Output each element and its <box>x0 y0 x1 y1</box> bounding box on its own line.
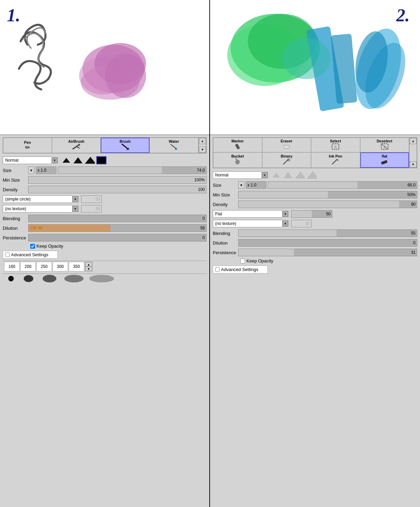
strip-scroll-up[interactable]: ▲ <box>85 262 92 267</box>
brush-size-160[interactable]: 160 <box>4 262 20 271</box>
size-minus-btn[interactable]: ▼ <box>28 166 34 174</box>
tool-brush[interactable]: Brush <box>101 138 150 153</box>
size-slider[interactable]: 74.0 <box>58 166 207 174</box>
svg-marker-39 <box>337 159 339 161</box>
brush-shapes <box>61 156 107 164</box>
tool-airbrush[interactable]: AirBrush <box>52 138 101 153</box>
advanced-settings-btn[interactable]: Advanced Settings <box>3 251 58 259</box>
size2-minus-btn[interactable]: ▼ <box>238 181 244 189</box>
tool-marker[interactable]: Marker <box>213 138 262 152</box>
texture-dropdown[interactable]: (no texture) ▼ <box>3 205 78 213</box>
svg-line-38 <box>332 159 337 164</box>
persistence-slider[interactable]: 0 <box>28 234 207 241</box>
shape2-arrow[interactable]: ▼ <box>282 211 288 217</box>
svg-point-15 <box>24 275 33 282</box>
texture-val: 95 <box>81 205 102 213</box>
tool-flat[interactable]: flat <box>360 152 409 168</box>
panel1-brush-strip: 160 200 250 300 350 ▲ ▼ <box>3 261 207 272</box>
shape-small[interactable] <box>61 156 71 164</box>
preview-large <box>39 274 60 283</box>
size2-slider[interactable]: 66.0 <box>268 181 417 189</box>
texture-label: (no texture) <box>3 205 72 213</box>
minsize-slider[interactable]: 100% <box>28 176 207 184</box>
tool-scroll-down[interactable]: ▼ <box>199 147 206 153</box>
dilution-label: Dilution <box>3 226 27 231</box>
persistence2-slider[interactable]: 31 <box>238 249 417 256</box>
size2-multiplier[interactable]: x 1.0 <box>246 181 266 189</box>
shape2-medium[interactable] <box>283 171 293 179</box>
keep-opacity2-check[interactable]: Keep Opacity <box>240 258 273 263</box>
advanced2-checkbox[interactable] <box>215 267 220 272</box>
panel1-advanced-row: Advanced Settings <box>3 251 207 259</box>
blending2-slider[interactable]: 55 <box>238 229 417 237</box>
tool-water[interactable]: Water <box>150 138 198 153</box>
tool-binary[interactable]: Binary <box>262 152 311 168</box>
strip-scroll-down[interactable]: ▼ <box>85 267 92 271</box>
panel2-tool-row: Marker Eraser Select S <box>213 137 417 168</box>
brush-size-350[interactable]: 350 <box>69 262 84 271</box>
shape2-large[interactable] <box>295 171 305 179</box>
panel2-dilution-row: Dilution 0 <box>213 239 417 247</box>
keep-opacity2-checkbox[interactable] <box>240 259 245 263</box>
blending-slider[interactable]: 0 <box>28 215 207 222</box>
minsize2-slider[interactable]: 50% <box>238 191 417 198</box>
panel2-controls: Marker Eraser Select S <box>210 135 420 507</box>
density-slider[interactable]: 100 <box>28 186 207 193</box>
brush-size-300[interactable]: 300 <box>53 262 68 271</box>
advanced-checkbox[interactable] <box>5 252 10 257</box>
texture2-dropdown[interactable]: (no texture) ▼ <box>213 220 288 227</box>
svg-marker-11 <box>63 158 70 163</box>
shape2-small[interactable] <box>271 171 281 179</box>
shape2-val-slider[interactable]: 50 <box>291 210 332 218</box>
panel2-size-row: Size ▼ x 1.0 66.0 <box>213 181 417 189</box>
texture2-arrow[interactable]: ▼ <box>282 220 288 227</box>
panel1-tool-group: Pen ✏ AirBrush Brush <box>3 138 198 153</box>
tool-deselect[interactable]: Deselect S <box>360 138 409 152</box>
panel1-texture-row: (no texture) ▼ 95 <box>3 205 207 213</box>
brush-size-250[interactable]: 250 <box>36 262 52 271</box>
dilution-slider[interactable]: OR 46 58 <box>28 224 207 232</box>
tool-inkpen[interactable]: Ink Pen <box>311 152 360 168</box>
shape-dropdown[interactable]: (simple circle) ▼ <box>3 195 78 203</box>
tool-scroll-up[interactable]: ▲ <box>199 138 206 144</box>
blendmode2-arrow[interactable]: ▼ <box>262 172 268 178</box>
tool-eraser[interactable]: Eraser <box>262 138 311 152</box>
dilution2-slider[interactable]: 0 <box>238 239 417 247</box>
panel2-blending-row: Blending 55 <box>213 229 417 237</box>
keep-opacity-checkbox[interactable] <box>30 244 35 249</box>
deselect-icon: S <box>380 143 389 151</box>
svg-line-7 <box>77 147 80 148</box>
size-multiplier[interactable]: x 1.0 <box>36 166 56 174</box>
shape-medium[interactable] <box>73 156 83 164</box>
svg-marker-44 <box>307 171 317 179</box>
tool-select[interactable]: Select S <box>311 138 360 152</box>
panel1-controls: Pen ✏ AirBrush Brush <box>0 135 209 507</box>
density2-slider[interactable]: 90 <box>238 201 417 208</box>
tool2-scroll-down[interactable]: ▼ <box>410 161 417 168</box>
panel2-blendmode-dropdown[interactable]: Normal ▼ <box>213 171 268 179</box>
shape-large[interactable] <box>85 156 95 164</box>
panel1-blendmode-dropdown[interactable]: Normal ▼ <box>3 157 58 164</box>
tool2-scroll-up[interactable]: ▲ <box>410 138 417 144</box>
panel2-tool-scroll: ▲ ▼ <box>409 138 417 168</box>
svg-marker-41 <box>273 173 280 177</box>
shape-arrow[interactable]: ▼ <box>72 196 78 202</box>
tool-pen[interactable]: Pen ✏ <box>3 138 52 153</box>
panel1-persistence-row: Persistence 0 <box>3 234 207 241</box>
panel2-keepopacity-row: Keep Opacity <box>213 258 417 263</box>
keep-opacity-check[interactable]: Keep Opacity <box>30 244 63 249</box>
blendmode-arrow[interactable]: ▼ <box>52 157 58 163</box>
panel2-persistence-row: Persistence 31 <box>213 249 417 256</box>
brush-size-200[interactable]: 200 <box>20 262 36 271</box>
color-swatch[interactable] <box>96 156 107 164</box>
svg-marker-13 <box>85 157 95 164</box>
tool-bucket[interactable]: Bucket <box>213 152 262 168</box>
marker-icon <box>233 143 242 151</box>
texture-arrow[interactable]: ▼ <box>72 206 78 212</box>
panel-1: 1. <box>0 0 210 507</box>
advanced2-settings-btn[interactable]: Advanced Settings <box>213 266 268 273</box>
keep-opacity-label: Keep Opacity <box>36 244 63 249</box>
shape2-dropdown[interactable]: Flat ▼ <box>213 210 288 218</box>
shape2-xlarge[interactable] <box>306 171 317 179</box>
panel1-shape-row: (simple circle) ▼ 50 <box>3 195 207 203</box>
